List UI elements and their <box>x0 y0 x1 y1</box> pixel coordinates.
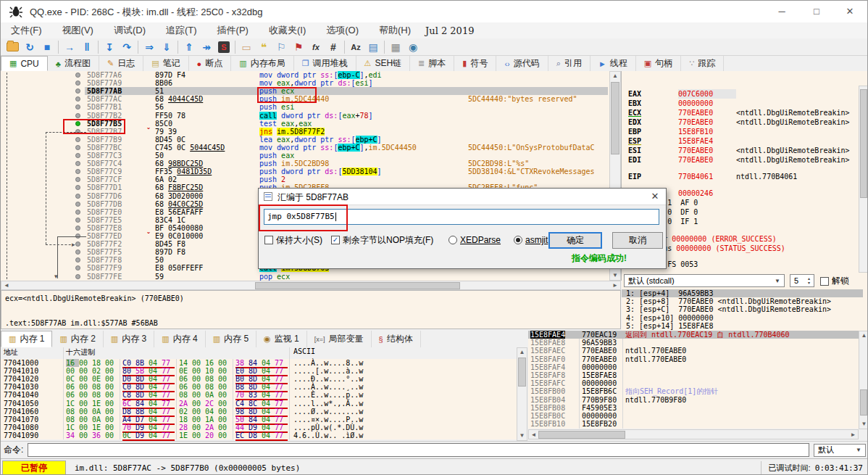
register-row[interactable]: EAX007C6000 <box>628 89 736 99</box>
disasm-row[interactable]: 5D8F77C350push eax <box>1 152 621 160</box>
stack-row[interactable]: 15E8FAEC770EABE0ntdll.770EABE0 <box>528 347 859 355</box>
restart-icon[interactable]: ↻ <box>21 39 38 55</box>
calculator-icon[interactable]: ▦ <box>387 39 404 55</box>
row-dot-icon[interactable] <box>75 265 80 270</box>
dump-v-scrollbar[interactable]: ▲ ▼ <box>517 347 527 441</box>
tab-CPU[interactable]: ▦CPU <box>1 56 48 71</box>
dump-row[interactable]: 770410200C000E00D08D047706000800B08D0477… <box>1 375 517 383</box>
dialog-close-icon[interactable]: ✕ <box>648 191 662 202</box>
close-button[interactable]: ✕ <box>835 4 864 20</box>
disasm-row[interactable]: 5D8F77B98D45 0Clea eax,dword ptr ss:[ebp… <box>1 136 621 144</box>
disasm-row[interactable]: 5D8F77A98B06mov eax,dword ptr ds:[esi] <box>1 79 621 87</box>
tab-监视 1[interactable]: ◉监视 1 <box>256 331 307 347</box>
keep-size-checkbox[interactable]: 保持大小(S) <box>264 234 322 247</box>
comments-icon[interactable]: ❝ <box>255 39 272 55</box>
disasm-row[interactable]: 5D8F77CF6A 02push 2 <box>1 175 621 183</box>
menu-item-收藏夹(I)[interactable]: 收藏夹(I) <box>259 22 316 38</box>
dump-row[interactable]: 7704104006000800C88D047708000A0070830477… <box>1 391 517 399</box>
menu-item-插件(P)[interactable]: 插件(P) <box>207 22 259 38</box>
tab-内存 5[interactable]: ▥内存 5 <box>206 331 256 347</box>
argument-row[interactable]: 1: [esp+4] 96A59BB3 <box>622 289 863 297</box>
register-row-eip[interactable]: EIP770B4061ntdll.770B4061 <box>628 172 797 181</box>
row-dot-icon[interactable] <box>75 73 80 78</box>
stack-row[interactable]: 15E8FAE896A59BB3 <box>528 339 859 347</box>
open-file-icon[interactable] <box>4 39 21 55</box>
command-profile-select[interactable]: 默认▼ <box>814 444 866 457</box>
dump-row[interactable]: 7704107008000A00A4D7047718001A0050840477… <box>1 416 517 424</box>
disasm-row[interactable]: 5D8F77BCC745 0C 5044C45Dmov dword ptr ss… <box>1 144 621 152</box>
row-dot-icon[interactable] <box>75 218 80 223</box>
dump-row[interactable]: 7704103006000800C08D047706000800B88D0477… <box>1 383 517 391</box>
calling-convention-select[interactable]: 默认 (stdcall)▼ <box>624 274 785 287</box>
menu-item-选项(O)[interactable]: 选项(O) <box>316 22 369 38</box>
command-input[interactable] <box>28 443 809 457</box>
stack-row[interactable]: 15E8FAF400000000 <box>528 363 859 371</box>
register-row[interactable]: ECX770EABE0<ntdll.DbgUiRemoteBreakin> <box>628 108 850 117</box>
row-dot-icon[interactable] <box>75 104 80 110</box>
minimize-button[interactable]: ─ <box>767 4 796 20</box>
stack-row[interactable]: 15E8FAF815E8FAE8 <box>528 371 859 379</box>
disasm-row[interactable]: 5D8F77B2FF50 78call dword ptr ds:[eax+78… <box>1 112 621 120</box>
stack-row[interactable]: 15E8FB1015E8FB20 <box>528 420 859 428</box>
handheld-icon[interactable]: ▤ <box>364 39 382 55</box>
stack-row[interactable]: 15E8FB08F45905E3 <box>528 404 859 412</box>
disasm-row[interactable]: 5D8F77A6897D F4mov dword ptr ss:[ebp-C],… <box>1 71 621 79</box>
tab-句柄[interactable]: ▣句柄 <box>636 56 681 71</box>
registers-v-scrollbar[interactable] <box>859 86 868 273</box>
tab-内存 3[interactable]: ▥内存 3 <box>104 331 154 347</box>
row-dot-icon[interactable] <box>75 137 80 142</box>
stack-row[interactable]: 15E8FAFC00000000 <box>528 379 859 387</box>
row-dot-icon[interactable] <box>75 274 80 279</box>
execute-till-return-icon[interactable]: ⇑ <box>180 39 198 55</box>
tab-线程[interactable]: ►线程 <box>591 56 636 71</box>
stack-row[interactable]: 15E8FAF0770EABE0ntdll.770EABE0 <box>528 355 859 363</box>
row-dot-icon[interactable] <box>75 145 80 150</box>
run-to-user-code-icon[interactable]: ↠ <box>198 39 215 55</box>
row-dot-icon[interactable] <box>75 113 80 118</box>
row-dot-icon[interactable] <box>75 257 80 263</box>
labels-icon[interactable]: ⚐ <box>272 39 290 55</box>
hash-icon[interactable]: # <box>325 39 342 55</box>
tab-内存 4[interactable]: ▥内存 4 <box>154 331 205 347</box>
tab-局部变量[interactable]: [x=]局部变量 <box>307 331 372 347</box>
menu-item-文件(F)[interactable]: 文件(F) <box>1 22 52 38</box>
trace-into-icon[interactable]: ⇓ <box>158 39 175 55</box>
run-icon[interactable]: → <box>61 39 78 55</box>
unlock-checkbox[interactable]: 解锁 <box>820 275 849 287</box>
register-row[interactable]: EDI770EABE0<ntdll.DbgUiRemoteBreakin> <box>628 155 850 165</box>
az-icon[interactable]: Az <box>347 39 364 55</box>
patches-icon[interactable]: ▭ <box>238 39 255 55</box>
memory-dump-view[interactable]: 7704100016001800C08B04771400160038840477… <box>1 359 517 439</box>
argument-row[interactable]: 3: [esp+C] 770EABE0 <ntdll.DbgUiRemoteBr… <box>622 305 863 313</box>
row-dot-icon[interactable] <box>75 169 80 174</box>
tab-内存 1[interactable]: ▥内存 1 <box>1 331 52 347</box>
step-over-icon[interactable]: ↷ <box>118 39 135 55</box>
tab-内存布局[interactable]: ▥内存布局 <box>231 56 293 71</box>
row-dot-icon[interactable] <box>75 80 80 86</box>
row-dot-icon[interactable] <box>75 226 80 231</box>
dialog-title-bar[interactable]: 汇编于 5D8F77AB ✕ <box>259 189 666 205</box>
script-badge-icon[interactable]: S <box>215 39 233 55</box>
disasm-row[interactable]: 5D8F77C9FF35 0481D35Dpush dword ptr ds:[… <box>1 168 621 175</box>
tab-断点[interactable]: ●断点 <box>189 56 232 71</box>
tab-跟踪[interactable]: ∵跟踪 <box>681 56 724 71</box>
tab-笔记[interactable]: ▤笔记 <box>143 56 188 71</box>
arg-count-stepper[interactable]: 5▴▾ <box>790 274 814 287</box>
dump-row[interactable]: 77041090340036000CD904771E002000ECD80477… <box>1 431 517 439</box>
tab-结构体[interactable]: §结构体 <box>372 331 421 347</box>
stack-row[interactable]: 15E8FB0C00000000 <box>528 412 859 420</box>
stack-view[interactable]: 15E8FAE4770EAC19返回到 ntdll.770EAC19 自 ntd… <box>528 331 859 429</box>
tab-流程图[interactable]: ♣流程图 <box>48 56 99 71</box>
row-dot-icon[interactable] <box>75 202 80 207</box>
tab-内存 2[interactable]: ▥内存 2 <box>52 331 103 347</box>
disasm-row[interactable]: 5D8F77B156push esi <box>1 103 621 111</box>
tab-脚本[interactable]: ≣脚本 <box>410 56 454 71</box>
menu-item-视图(V)[interactable]: 视图(V) <box>52 22 104 38</box>
stop-icon[interactable]: ■ <box>38 39 56 55</box>
row-dot-icon[interactable] <box>75 249 80 255</box>
run-until-selection-icon[interactable]: ⇒ <box>141 39 158 55</box>
disasm-h-scrollbar[interactable]: ◄ ► <box>1 281 621 290</box>
pause-icon[interactable]: ‖ <box>78 39 96 55</box>
disasm-row[interactable]: 5D8F77C468 98BDC25Dpush im.5DC2BD985DC2B… <box>1 160 621 168</box>
row-dot-icon[interactable] <box>75 96 80 102</box>
